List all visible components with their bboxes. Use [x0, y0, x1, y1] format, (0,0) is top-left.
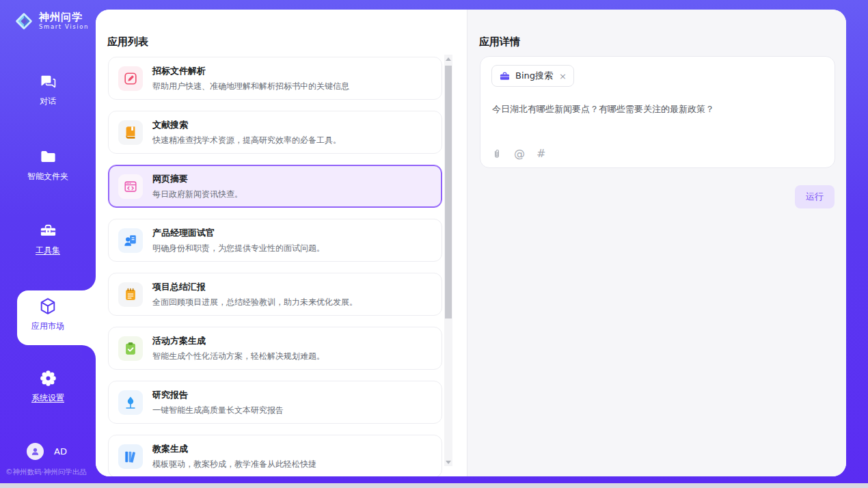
- run-button[interactable]: 运行: [795, 185, 835, 208]
- scroll-down-arrow-icon[interactable]: [444, 458, 452, 466]
- app-card-desc: 一键智能生成高质量长文本研究报告: [152, 405, 284, 416]
- sidebar-item-label: 工具集: [36, 245, 60, 256]
- sidebar-item-folder[interactable]: 智能文件夹: [0, 148, 96, 182]
- app-card-desc: 快速精准查找学术资源，提高研究效率的必备工具。: [152, 135, 341, 146]
- sidebar-nav: 对话智能文件夹工具集应用市场系统设置: [0, 0, 96, 483]
- sidebar-item-label: 智能文件夹: [27, 171, 68, 182]
- user-initials: AD: [54, 446, 67, 457]
- sidebar-item-label: 系统设置: [31, 392, 64, 404]
- prompt-card: Bing搜索 × 今日湖北有哪些新闻要点？有哪些需要关注的最新政策？ @#: [480, 56, 835, 168]
- app-card-title: 项目总结汇报: [152, 281, 357, 293]
- interviewer-icon: [118, 228, 143, 253]
- sidebar-item-label: 对话: [40, 96, 56, 107]
- sidebar: 神州问学 Smart Vision 对话智能文件夹工具集应用市场系统设置 AD …: [0, 0, 96, 483]
- app-card[interactable]: 教案生成模板驱动，教案秒成，教学准备从此轻松快捷: [108, 435, 442, 476]
- sidebar-item-label: 应用市场: [31, 321, 64, 332]
- bubble-corner-top: [82, 277, 96, 290]
- prompt-input[interactable]: 今日湖北有哪些新闻要点？有哪些需要关注的最新政策？: [492, 103, 823, 116]
- app-detail-title: 应用详情: [479, 36, 520, 49]
- app-card[interactable]: 文献搜索快速精准查找学术资源，提高研究效率的必备工具。: [108, 111, 442, 154]
- app-list-title: 应用列表: [107, 36, 148, 49]
- edit-icon: [118, 66, 143, 91]
- app-card-desc: 明确身份和职责，为您提供专业性的面试问题。: [152, 243, 325, 254]
- tool-tag-bing-search[interactable]: Bing搜索 ×: [491, 65, 574, 87]
- app-list-panel: 应用列表 招标文件解析帮助用户快速、准确地理解和解析招标书中的关键信息文献搜索快…: [96, 10, 467, 476]
- app-card[interactable]: 产品经理面试官明确身份和职责，为您提供专业性的面试问题。: [108, 219, 442, 262]
- user-row[interactable]: AD: [27, 443, 67, 460]
- webpage-icon: [118, 174, 143, 199]
- hash-icon[interactable]: #: [537, 148, 545, 159]
- paperclip-icon[interactable]: [491, 148, 502, 159]
- app-detail-panel: 应用详情 Bing搜索 × 今日湖北有哪些新闻要点？有哪些需要关注的最新政策？ …: [467, 10, 846, 476]
- app-card-list: 招标文件解析帮助用户快速、准确地理解和解析招标书中的关键信息文献搜索快速精准查找…: [108, 57, 442, 476]
- app-card[interactable]: 网页摘要每日政府新闻资讯快查。: [108, 165, 442, 208]
- folder-icon: [39, 148, 57, 166]
- app-card[interactable]: 研究报告一键智能生成高质量长文本研究报告: [108, 381, 442, 424]
- gear-icon: [39, 369, 57, 388]
- app-card-desc: 模板驱动，教案秒成，教学准备从此轻松快捷: [152, 459, 316, 470]
- app-card-desc: 帮助用户快速、准确地理解和解析招标书中的关键信息: [152, 81, 349, 92]
- app-card-desc: 智能生成个性化活动方案，轻松解决规划难题。: [152, 351, 325, 362]
- sidebar-footer: ©神州数码·神州问学出品: [5, 467, 96, 477]
- books-icon: [118, 444, 143, 469]
- chat-icon: [39, 72, 57, 91]
- app-card-title: 教案生成: [152, 443, 316, 455]
- app-card-title: 招标文件解析: [152, 65, 349, 77]
- at-icon[interactable]: @: [514, 148, 525, 159]
- report-icon: [118, 390, 143, 415]
- main-content: 应用列表 招标文件解析帮助用户快速、准确地理解和解析招标书中的关键信息文献搜索快…: [96, 10, 846, 476]
- sidebar-item-toolbox[interactable]: 工具集: [0, 221, 96, 256]
- scrollbar-thumb[interactable]: [445, 66, 452, 318]
- briefcase-icon: [499, 70, 511, 82]
- scroll-up-arrow-icon[interactable]: [444, 55, 452, 63]
- app-card-title: 网页摘要: [152, 173, 243, 185]
- close-icon[interactable]: ×: [559, 71, 567, 81]
- app-card-title: 文献搜索: [152, 119, 341, 131]
- app-card[interactable]: 项目总结汇报全面回顾项目进展，总结经验教训，助力未来优化发展。: [108, 273, 442, 316]
- user-icon: [30, 446, 40, 457]
- clipboard-icon: [118, 336, 143, 361]
- app-card[interactable]: 活动方案生成智能生成个性化活动方案，轻松解决规划难题。: [108, 327, 442, 370]
- composer-toolbar: @#: [491, 148, 545, 159]
- app-card-title: 产品经理面试官: [152, 227, 325, 239]
- app-card-desc: 每日政府新闻资讯快查。: [152, 189, 243, 200]
- app-card-title: 活动方案生成: [152, 335, 325, 347]
- sidebar-item-chat[interactable]: 对话: [0, 72, 96, 107]
- app-window: 神州问学 Smart Vision 对话智能文件夹工具集应用市场系统设置 AD …: [0, 0, 868, 483]
- cube-icon: [38, 297, 57, 316]
- app-card[interactable]: 招标文件解析帮助用户快速、准确地理解和解析招标书中的关键信息: [108, 57, 442, 100]
- toolbox-icon: [39, 221, 57, 240]
- app-card-title: 研究报告: [152, 389, 284, 401]
- scrollbar[interactable]: [444, 55, 452, 466]
- app-card-desc: 全面回顾项目进展，总结经验教训，助力未来优化发展。: [152, 297, 357, 308]
- bubble-corner-bottom: [82, 345, 96, 359]
- sidebar-item-cube[interactable]: 应用市场: [0, 297, 96, 332]
- book-icon: [118, 120, 143, 145]
- sidebar-item-gear[interactable]: 系统设置: [0, 369, 96, 404]
- tool-tag-label: Bing搜索: [515, 70, 553, 82]
- notepad-icon: [118, 282, 143, 307]
- avatar[interactable]: [27, 443, 44, 460]
